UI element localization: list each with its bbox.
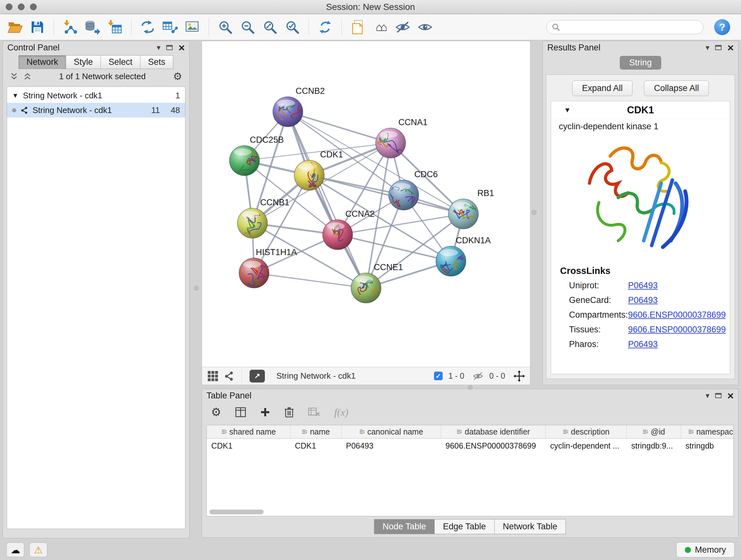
collapse-panel-icon[interactable]: ▾ <box>705 43 710 52</box>
network-from-table-button[interactable] <box>160 17 180 37</box>
search-input[interactable] <box>563 23 698 32</box>
warnings-button[interactable]: ⚠ <box>29 543 47 557</box>
expand-all-button[interactable]: Expand All <box>572 80 633 96</box>
collapse-section-icon[interactable]: ▼ <box>564 106 571 114</box>
column-header-namespace[interactable]: namespace <box>681 425 734 438</box>
tab-select[interactable]: Select <box>100 55 140 69</box>
close-panel-icon[interactable]: × <box>727 390 734 401</box>
tab-edge-table[interactable]: Edge Table <box>434 519 495 534</box>
zoom-in-button[interactable] <box>215 17 235 37</box>
tab-style[interactable]: Style <box>66 55 101 69</box>
column-header-database-identifier[interactable]: database identifier <box>441 425 546 438</box>
refresh-layout-button[interactable] <box>315 17 335 37</box>
clone-network-button[interactable] <box>138 17 158 37</box>
close-window-button[interactable] <box>6 3 12 10</box>
crosslink-link[interactable]: P06493 <box>628 295 658 305</box>
zoom-selected-button[interactable] <box>282 17 302 37</box>
network-row[interactable]: String Network - cdk1 11 48 <box>7 103 185 118</box>
show-all-button[interactable] <box>415 17 435 37</box>
column-header--id[interactable]: @id <box>627 425 681 438</box>
table-cell[interactable]: 9606.ENSP00000378699 <box>441 439 546 453</box>
left-splitter-handle[interactable] <box>194 286 199 291</box>
collapse-all-button[interactable]: Collapse All <box>644 80 709 96</box>
tab-network-table[interactable]: Network Table <box>494 519 566 534</box>
function-builder-icon[interactable]: f(x) <box>334 407 348 418</box>
table-cell[interactable]: stringdb:9... <box>627 439 681 453</box>
close-panel-icon[interactable]: × <box>179 42 185 53</box>
add-column-icon[interactable] <box>260 407 270 417</box>
minimize-window-button[interactable] <box>18 3 24 10</box>
tab-sets[interactable]: Sets <box>140 55 173 69</box>
graph-node-HIST1H1A[interactable]: HIST1H1A <box>239 247 297 288</box>
delete-column-trash-icon[interactable] <box>284 407 294 418</box>
tab-network[interactable]: Network <box>18 55 66 69</box>
zoom-out-button[interactable] <box>238 17 258 37</box>
graph-node-CDKN1A[interactable]: CDKN1A <box>436 236 491 276</box>
import-network-from-file-button[interactable] <box>60 17 80 37</box>
copy-document-button[interactable] <box>348 17 368 37</box>
float-panel-icon[interactable] <box>166 45 173 50</box>
tab-node-table[interactable]: Node Table <box>374 519 434 534</box>
help-button[interactable]: ? <box>714 19 730 35</box>
collapse-all-icon[interactable] <box>23 72 31 80</box>
hidden-eye-slash-icon[interactable] <box>473 372 483 381</box>
column-header-name[interactable]: name <box>290 425 341 438</box>
table-settings-gear-icon[interactable]: ⚙ <box>211 407 221 418</box>
network-collection-row[interactable]: ▼ String Network - cdk1 1 <box>7 88 185 103</box>
open-in-new-window-button[interactable] <box>250 370 265 382</box>
network-canvas[interactable]: CCNB2CCNA1CDC25BCDK1CDC6RB1CCNB1CCNA2CDK… <box>202 41 530 367</box>
graph-node-CCNA1[interactable]: CCNA1 <box>374 118 428 158</box>
bottom-splitter-handle[interactable] <box>468 385 473 390</box>
selected-checkbox[interactable]: ✓ <box>434 372 443 380</box>
table-cell[interactable]: CDK1 <box>290 439 341 453</box>
crosslink-link[interactable]: P06493 <box>628 281 658 291</box>
show-columns-icon[interactable] <box>235 407 246 417</box>
crosslink-link[interactable]: P06493 <box>628 339 658 349</box>
protein-card-header[interactable]: ▼ CDK1 <box>551 101 730 119</box>
import-table-from-file-button[interactable] <box>105 17 125 37</box>
search-box[interactable] <box>546 20 703 34</box>
crosslink-link[interactable]: 9606.ENSP00000378699 <box>628 325 726 334</box>
graph-node-RB1[interactable]: RB1 <box>448 188 494 229</box>
graph-node-CCNE1[interactable]: CCNE1 <box>351 262 403 303</box>
save-session-button[interactable] <box>27 17 47 37</box>
expand-all-icon[interactable] <box>10 72 18 80</box>
table-cell[interactable]: stringdb <box>681 439 734 453</box>
delete-table-icon[interactable] <box>308 408 320 417</box>
float-panel-icon[interactable] <box>715 393 722 398</box>
maximize-window-button[interactable] <box>30 3 37 10</box>
birds-eye-view-icon[interactable] <box>207 370 219 382</box>
table-cell[interactable]: P06493 <box>341 439 441 453</box>
graph-node-CCNB1[interactable]: CCNB1 <box>238 198 289 238</box>
collapse-panel-icon[interactable]: ▾ <box>157 43 160 52</box>
horizontal-scrollbar[interactable] <box>209 509 264 514</box>
float-panel-icon[interactable] <box>715 45 722 50</box>
table-row[interactable]: CDK1CDK1P064939606.ENSP00000378699cyclin… <box>207 439 733 453</box>
zoom-fit-button[interactable] <box>260 17 280 37</box>
column-header-canonical-name[interactable]: canonical name <box>341 425 441 438</box>
graph-node-CDC25B[interactable]: CDC25B <box>229 135 284 176</box>
right-splitter-handle[interactable] <box>532 210 536 215</box>
import-network-from-database-button[interactable] <box>83 17 103 37</box>
network-share-icon[interactable] <box>224 371 234 381</box>
collapse-panel-icon[interactable]: ▾ <box>705 391 710 400</box>
tree-expander-icon[interactable]: ▼ <box>12 92 18 99</box>
node-label: CCNA2 <box>345 209 375 219</box>
export-image-button[interactable] <box>183 17 202 37</box>
column-header-shared-name[interactable]: shared name <box>207 425 290 438</box>
memory-button[interactable]: Memory <box>676 542 735 557</box>
hide-selection-button[interactable] <box>393 17 413 37</box>
save-floppy-icon <box>30 20 44 34</box>
table-cell[interactable]: CDK1 <box>207 439 290 453</box>
tab-string[interactable]: String <box>620 56 662 70</box>
open-session-button[interactable] <box>5 17 25 37</box>
graph-node-CDK1[interactable]: CDK1 <box>294 150 343 190</box>
table-cell[interactable]: cyclin-dependent ... <box>546 439 627 453</box>
gear-icon[interactable]: ⚙ <box>173 71 182 81</box>
column-header-description[interactable]: description <box>546 425 627 438</box>
pan-crosshair-icon[interactable] <box>514 370 525 382</box>
close-panel-icon[interactable]: × <box>727 42 734 53</box>
cloud-status-button[interactable]: ☁ <box>6 543 24 557</box>
crosslink-link[interactable]: 9606.ENSP00000378699 <box>628 310 726 320</box>
home-button[interactable]: ⌂⌂ <box>370 17 390 37</box>
